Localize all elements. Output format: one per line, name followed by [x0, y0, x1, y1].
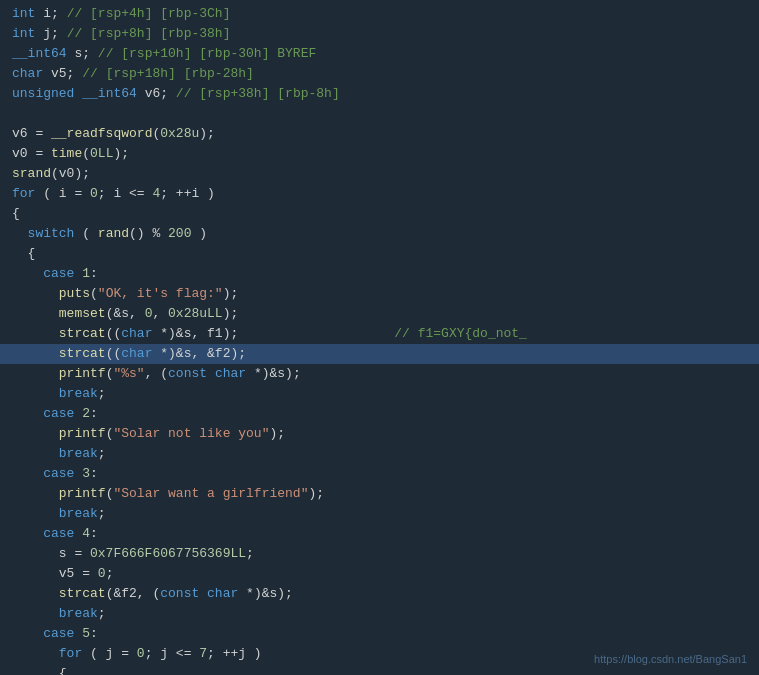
code-token: [199, 584, 207, 604]
code-token: i;: [35, 4, 66, 24]
code-line: {: [0, 204, 759, 224]
code-line: srand(v0);: [0, 164, 759, 184]
code-token: ;: [106, 564, 114, 584]
code-token: (: [106, 484, 114, 504]
code-line: switch ( rand() % 200 ): [0, 224, 759, 244]
code-line: unsigned __int64 v6; // [rsp+38h] [rbp-8…: [0, 84, 759, 104]
code-token: :: [90, 524, 98, 544]
code-token: [12, 504, 59, 524]
code-token: __readfsqword: [51, 124, 152, 144]
code-token: j;: [35, 24, 66, 44]
code-token: (v0);: [51, 164, 90, 184]
code-token: char: [121, 344, 152, 364]
code-token: [12, 644, 59, 664]
code-token: strcat: [59, 324, 106, 344]
code-line: printf("Solar not like you");: [0, 424, 759, 444]
code-token: 0: [98, 564, 106, 584]
code-token: ((: [106, 324, 122, 344]
code-token: 0: [90, 184, 98, 204]
code-token: 1: [82, 264, 90, 284]
code-token: char: [215, 364, 246, 384]
code-token: case: [43, 524, 74, 544]
code-token: puts: [59, 284, 90, 304]
code-token: 0x28uLL: [168, 304, 223, 324]
code-token: // [rsp+38h] [rbp-8h]: [176, 84, 340, 104]
code-token: char: [12, 64, 43, 84]
code-token: [12, 264, 43, 284]
code-line: strcat(&f2, (const char *)&s);: [0, 584, 759, 604]
code-token: strcat: [59, 584, 106, 604]
code-line: break;: [0, 604, 759, 624]
code-token: (&f2, (: [106, 584, 161, 604]
code-token: time: [51, 144, 82, 164]
code-line: int j; // [rsp+8h] [rbp-38h]: [0, 24, 759, 44]
code-token: unsigned: [12, 84, 74, 104]
code-line: {: [0, 244, 759, 264]
code-line: v6 = __readfsqword(0x28u);: [0, 124, 759, 144]
code-token: [12, 344, 59, 364]
code-token: case: [43, 264, 74, 284]
code-token: 0: [145, 304, 153, 324]
code-line: for ( i = 0; i <= 4; ++i ): [0, 184, 759, 204]
code-token: 3: [82, 464, 90, 484]
code-token: case: [43, 624, 74, 644]
code-line: [0, 104, 759, 124]
code-token: [207, 364, 215, 384]
code-line: case 4:: [0, 524, 759, 544]
code-token: v5;: [43, 64, 82, 84]
code-token: int: [12, 4, 35, 24]
code-token: (: [82, 144, 90, 164]
code-token: [12, 384, 59, 404]
code-token: // [rsp+10h] [rbp-30h] BYREF: [98, 44, 316, 64]
code-line: break;: [0, 504, 759, 524]
code-token: (: [106, 364, 114, 384]
code-line: puts("OK, it's flag:");: [0, 284, 759, 304]
code-token: ): [191, 224, 207, 244]
code-line: strcat((char *)&s, f1); // f1=GXY{do_not…: [0, 324, 759, 344]
code-token: for: [59, 644, 82, 664]
code-token: ( i =: [35, 184, 90, 204]
code-token: [12, 284, 59, 304]
code-token: // [rsp+18h] [rbp-28h]: [82, 64, 254, 84]
code-token: () %: [129, 224, 168, 244]
code-token: 7: [199, 644, 207, 664]
code-token: 4: [82, 524, 90, 544]
code-token: const: [160, 584, 199, 604]
code-token: char: [121, 324, 152, 344]
code-token: 200: [168, 224, 191, 244]
code-token: break: [59, 444, 98, 464]
code-token: strcat: [59, 344, 106, 364]
code-token: ( j =: [82, 644, 137, 664]
code-line: case 1:: [0, 264, 759, 284]
code-token: (: [90, 284, 98, 304]
code-token: {: [12, 204, 20, 224]
code-token: __int64: [12, 44, 67, 64]
code-token: :: [90, 624, 98, 644]
code-line: printf("%s", (const char *)&s);: [0, 364, 759, 384]
code-token: // [rsp+4h] [rbp-3Ch]: [67, 4, 231, 24]
code-token: const: [168, 364, 207, 384]
code-token: [74, 404, 82, 424]
code-token: ; ++i ): [160, 184, 215, 204]
code-token: [12, 424, 59, 444]
code-token: char: [207, 584, 238, 604]
code-token: [12, 444, 59, 464]
code-token: v6;: [137, 84, 176, 104]
code-token: ;: [98, 444, 106, 464]
code-line: v0 = time(0LL);: [0, 144, 759, 164]
code-line: char v5; // [rsp+18h] [rbp-28h]: [0, 64, 759, 84]
code-token: );: [199, 124, 215, 144]
code-token: *)&s);: [238, 584, 293, 604]
code-token: *)&s, &f2);: [152, 344, 246, 364]
code-token: break: [59, 384, 98, 404]
code-line: int i; // [rsp+4h] [rbp-3Ch]: [0, 4, 759, 24]
code-token: switch: [28, 224, 75, 244]
code-token: [12, 524, 43, 544]
code-token: [12, 364, 59, 384]
code-token: for: [12, 184, 35, 204]
code-token: printf: [59, 424, 106, 444]
code-token: ;: [246, 544, 254, 564]
code-token: 4: [152, 184, 160, 204]
code-token: :: [90, 404, 98, 424]
code-token: [12, 464, 43, 484]
